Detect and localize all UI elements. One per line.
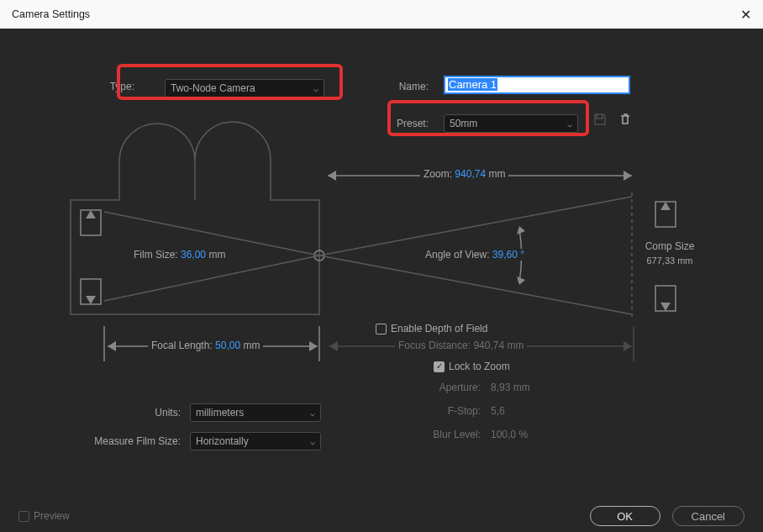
- type-dropdown[interactable]: Two-Node Camera ⌵: [165, 79, 324, 97]
- focal-unit: mm: [243, 340, 260, 351]
- filmsize-field: Film Size: 36,00 mm: [130, 249, 229, 261]
- preview-label: Preview: [34, 510, 70, 522]
- zoom-value[interactable]: 940,74: [455, 168, 486, 180]
- enable-dof-checkbox[interactable]: Enable Depth of Field: [372, 323, 491, 334]
- svg-line-5: [319, 197, 632, 255]
- aov-label: Angle of View:: [425, 249, 490, 261]
- svg-rect-10: [655, 202, 676, 227]
- units-value: millimeters: [196, 407, 244, 419]
- checkbox-checked-icon: ✓: [434, 361, 445, 372]
- enable-dof-label: Enable Depth of Field: [391, 323, 487, 334]
- svg-line-6: [319, 255, 632, 314]
- name-label: Name:: [387, 81, 429, 92]
- filmsize-value[interactable]: 36,00: [181, 249, 206, 261]
- focusdist-label: Focus Distance:: [398, 340, 471, 351]
- filmsize-unit: mm: [208, 249, 225, 261]
- checkbox-icon: [18, 511, 29, 522]
- aov-value[interactable]: 39,60: [492, 249, 518, 261]
- preset-dropdown[interactable]: 50mm ⌵: [444, 114, 578, 133]
- svg-rect-2: [81, 210, 101, 235]
- titlebar: Camera Settings ✕: [0, 0, 763, 29]
- type-value: Two-Node Camera: [171, 82, 255, 94]
- trash-icon[interactable]: [618, 113, 639, 133]
- focal-value[interactable]: 50,00: [215, 340, 240, 351]
- focusdist-field: Focus Distance: 940,74 mm: [395, 340, 527, 351]
- name-value: Camera 1: [448, 78, 497, 91]
- blur-value: 100,0 %: [491, 429, 528, 440]
- focusdist-value: 940,74: [473, 340, 504, 351]
- aperture-label: Aperture:: [378, 382, 481, 393]
- focal-label: Focal Length:: [151, 340, 213, 351]
- preview-checkbox: Preview: [18, 510, 70, 522]
- aperture-value: 8,93 mm: [491, 382, 530, 393]
- svg-rect-3: [81, 279, 101, 304]
- zoom-unit: mm: [488, 168, 505, 180]
- measure-film-label: Measure Film Size:: [71, 435, 181, 447]
- compsize-label: Comp Size: [636, 240, 703, 252]
- units-dropdown[interactable]: millimeters ⌵: [190, 403, 321, 422]
- window-title: Camera Settings: [12, 8, 90, 20]
- fstop-value: 5,6: [491, 405, 505, 417]
- chevron-down-icon: ⌵: [313, 84, 318, 93]
- compsize-unit: mm: [677, 255, 692, 266]
- name-input[interactable]: Camera 1: [444, 76, 630, 94]
- bottom-bar: Preview OK Cancel: [0, 500, 763, 532]
- svg-rect-11: [655, 286, 676, 311]
- cancel-button[interactable]: Cancel: [672, 506, 745, 526]
- preset-label: Preset:: [380, 118, 429, 129]
- svg-line-8: [104, 255, 319, 301]
- chevron-down-icon: ⌵: [567, 119, 572, 129]
- close-icon[interactable]: ✕: [740, 7, 751, 23]
- checkbox-icon: [376, 324, 387, 334]
- fstop-label: F-Stop:: [378, 405, 481, 417]
- chevron-down-icon: ⌵: [310, 408, 315, 418]
- ok-button[interactable]: OK: [590, 506, 660, 526]
- filmsize-label: Film Size:: [134, 249, 178, 261]
- content-area: Type: Two-Node Camera ⌵ Name: Camera 1 P…: [0, 29, 763, 500]
- lock-zoom-label: Lock to Zoom: [449, 361, 510, 372]
- measure-film-dropdown[interactable]: Horizontally ⌵: [190, 432, 321, 450]
- blur-label: Blur Level:: [378, 429, 481, 440]
- units-label: Units:: [88, 407, 181, 419]
- compsize-value: 677,33: [646, 255, 675, 266]
- preset-value: 50mm: [450, 118, 477, 129]
- save-preset-icon: [593, 113, 613, 133]
- aov-field: Angle of View: 39,60 °: [422, 249, 528, 261]
- zoom-field: Zoom: 940,74 mm: [420, 168, 508, 180]
- type-label: Type:: [84, 81, 134, 92]
- svg-point-1: [314, 250, 324, 261]
- measure-film-value: Horizontally: [196, 435, 249, 447]
- focal-field: Focal Length: 50,00 mm: [148, 340, 263, 351]
- focusdist-unit: mm: [507, 340, 524, 351]
- lock-zoom-checkbox[interactable]: ✓ Lock to Zoom: [434, 361, 510, 372]
- aov-unit: °: [520, 249, 524, 261]
- zoom-label: Zoom:: [424, 168, 452, 180]
- chevron-down-icon: ⌵: [310, 437, 315, 446]
- compsize-field: Comp Size 677,33 mm: [636, 240, 703, 266]
